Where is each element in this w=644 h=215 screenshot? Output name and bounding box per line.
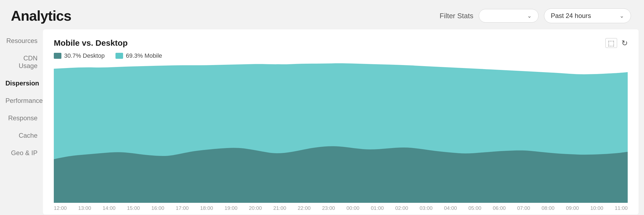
x-axis-label: 07:00 — [517, 205, 530, 211]
sidebar-item-performance[interactable]: Performance — [0, 92, 43, 109]
mobile-legend-label: 69.3% Mobile — [126, 52, 162, 59]
desktop-legend-label: 30.7% Desktop — [64, 52, 105, 59]
refresh-button[interactable]: ↻ — [621, 39, 628, 48]
time-range-value: Past 24 hours — [551, 12, 591, 20]
filter-stats-dropdown[interactable]: ⌄ — [479, 9, 539, 23]
x-axis-label: 05:00 — [468, 205, 482, 211]
x-axis-label: 20:00 — [249, 205, 262, 211]
x-axis-label: 08:00 — [542, 205, 555, 211]
x-axis-label: 06:00 — [493, 205, 506, 211]
main-content: Resources CDN Usage Dispersion Performan… — [0, 29, 644, 214]
sidebar: Resources CDN Usage Dispersion Performan… — [0, 29, 43, 214]
x-axis-label: 01:00 — [371, 205, 384, 211]
chart-title: Mobile vs. Desktop — [54, 38, 128, 48]
filter-stats-chevron-icon: ⌄ — [527, 13, 532, 19]
sidebar-item-dispersion[interactable]: Dispersion — [0, 75, 43, 92]
x-axis-label: 18:00 — [200, 205, 213, 211]
filter-stats-label: Filter Stats — [440, 12, 473, 20]
page-header: Analytics Filter Stats ⌄ Past 24 hours ⌄ — [0, 0, 644, 29]
header-controls: Filter Stats ⌄ Past 24 hours ⌄ — [440, 8, 631, 23]
x-axis-label: 14:00 — [103, 205, 116, 211]
sidebar-item-response[interactable]: Response — [0, 109, 43, 127]
legend-item-desktop: 30.7% Desktop — [54, 52, 105, 59]
page-title: Analytics — [11, 8, 71, 24]
x-axis-label: 00:00 — [346, 205, 359, 211]
x-axis-label: 09:00 — [566, 205, 579, 211]
x-axis-label: 11:00 — [615, 205, 628, 211]
x-axis-label: 19:00 — [224, 205, 237, 211]
time-range-dropdown[interactable]: Past 24 hours ⌄ — [544, 8, 631, 23]
x-axis-label: 21:00 — [273, 205, 286, 211]
x-axis-label: 16:00 — [151, 205, 164, 211]
x-axis: 12:0013:0014:0015:0016:0017:0018:0019:00… — [54, 203, 628, 214]
x-axis-label: 10:00 — [590, 205, 604, 211]
sidebar-item-resources[interactable]: Resources — [0, 32, 43, 50]
sidebar-item-cdn-usage[interactable]: CDN Usage — [0, 50, 43, 75]
x-axis-label: 13:00 — [78, 205, 91, 211]
x-axis-label: 03:00 — [420, 205, 433, 211]
x-axis-label: 04:00 — [444, 205, 457, 211]
time-range-chevron-icon: ⌄ — [620, 13, 624, 19]
chart-header: Mobile vs. Desktop ⬚ ↻ — [54, 38, 628, 48]
chart-legend: 30.7% Desktop 69.3% Mobile — [54, 52, 628, 59]
x-axis-label: 22:00 — [298, 205, 311, 211]
desktop-swatch — [54, 53, 61, 59]
x-axis-label: 23:00 — [322, 205, 335, 211]
legend-item-mobile: 69.3% Mobile — [115, 52, 162, 59]
x-axis-label: 12:00 — [54, 205, 67, 211]
sidebar-item-geo-ip[interactable]: Geo & IP — [0, 144, 43, 162]
mobile-swatch — [115, 53, 123, 59]
chart-svg — [54, 62, 628, 203]
sidebar-item-cache[interactable]: Cache — [0, 127, 43, 144]
chart-actions: ⬚ ↻ — [605, 38, 628, 48]
chart-panel: Mobile vs. Desktop ⬚ ↻ 30.7% Desktop 69.… — [43, 29, 639, 214]
x-axis-label: 02:00 — [395, 205, 408, 211]
chart-area — [54, 62, 628, 203]
export-button[interactable]: ⬚ — [605, 38, 617, 48]
x-axis-label: 17:00 — [176, 205, 189, 211]
x-axis-label: 15:00 — [127, 205, 140, 211]
